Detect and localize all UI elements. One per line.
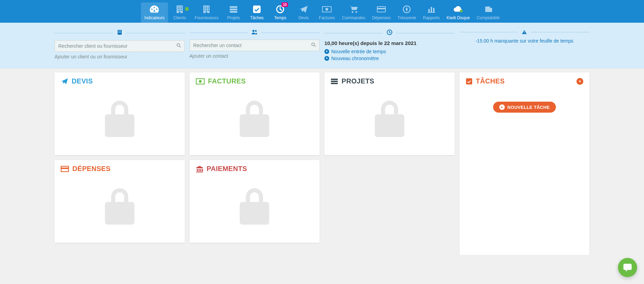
svg-rect-35 [331,81,338,82]
card-body [196,173,314,238]
nav-label: Factures [319,15,335,20]
search-contact-box[interactable] [190,39,320,51]
new-timer-link[interactable]: + Nouveau chronomètre [324,56,455,61]
bank-icon [196,166,203,172]
send-icon [61,78,68,85]
svg-rect-21 [119,32,120,33]
sb-col-time: 10,00 heure(s) depuis le 22 mars 2021 + … [324,29,455,63]
chart-icon [427,4,436,14]
nav-depenses[interactable]: Dépenses [369,2,394,23]
users-icon [248,29,261,36]
list-icon [331,78,338,84]
divider-line [396,33,455,33]
top-nav-inner: Indicateurs Clients Fournisseurs Projets [141,2,503,23]
svg-rect-31 [61,168,69,169]
add-task-button[interactable]: + [576,78,583,85]
svg-point-7 [352,11,354,13]
add-client-link[interactable]: Ajouter un client ou un fournisseur [55,54,185,59]
svg-rect-3 [253,5,261,13]
nav-label: Tâches [250,15,263,20]
secondary-bar: Ajouter un client ou un fournisseur Ajou… [0,23,644,68]
nav-rapports[interactable]: Rapports [419,2,443,23]
divider-line [261,33,320,33]
cart-icon [349,4,358,14]
card-factures: FACTURES [190,72,320,155]
nav-taches[interactable]: Tâches [245,2,269,23]
nav-devis[interactable]: Devis [292,2,315,23]
search-contact-input[interactable] [193,43,311,48]
nav-clients[interactable]: Clients [168,2,191,23]
svg-rect-2 [230,11,237,13]
add-contact-link[interactable]: Ajouter un contact [190,53,320,59]
sb-col-contact: Ajouter un contact [190,29,320,63]
svg-rect-10 [377,8,385,9]
nav-label: Clients [173,15,186,20]
svg-rect-13 [431,7,432,12]
nav-indicateurs[interactable]: Indicateurs [141,2,168,23]
card-title: TÂCHES [476,77,505,85]
new-task-button[interactable]: + NOUVELLE TÂCHE [493,102,556,113]
divider [460,29,590,35]
nav-temps[interactable]: 10 Temps [269,2,292,23]
card-head: DÉPENSES [61,165,179,173]
nav-commandes[interactable]: Commandes [338,2,369,23]
card-projets: PROJETS [324,72,455,155]
divider-line [324,33,383,33]
card-icon [377,4,386,14]
plus-icon: + [324,56,329,61]
nav-label: Commandes [342,15,365,20]
svg-line-24 [179,46,181,47]
search-icon [176,43,181,49]
nav-fournisseurs[interactable]: Fournisseurs [191,2,222,23]
sb-col-warning: -15.00 h manquante sur votre feuille de … [460,29,590,63]
money-icon [196,78,205,84]
divider [324,29,455,37]
svg-rect-34 [331,79,338,80]
clock-icon: 10 [276,4,285,14]
dash-col-2: FACTURES PAIEMENTS [190,72,320,255]
building-icon [202,4,211,14]
svg-rect-1 [230,9,237,10]
check-icon [466,78,473,85]
nav-label: Fournisseurs [195,15,218,20]
nav-comptabilite[interactable]: Comptabilité [473,2,503,23]
dash-col-3: PROJETS [324,72,455,255]
card-title: PAIEMENTS [207,165,247,173]
dash-col-4: TÂCHES + + NOUVELLE TÂCHE [460,72,590,255]
card-title: DÉPENSES [72,165,110,173]
svg-rect-0 [230,6,237,8]
search-client-box[interactable] [55,40,185,52]
nav-label: Devis [298,15,309,20]
svg-point-33 [199,80,202,83]
divider-line [531,32,589,32]
svg-point-27 [312,43,314,46]
send-icon [299,4,308,14]
compass-icon [402,4,411,14]
svg-rect-18 [119,31,120,31]
card-body: + NOUVELLE TÂCHE [466,85,584,250]
nav-label: Trésorerie [397,15,416,20]
lock-icon [234,95,275,140]
nav-factures[interactable]: Factures [315,2,338,23]
dash-col-1: DEVIS DÉPENSES [55,72,185,255]
search-client-input[interactable] [58,43,176,49]
divider-line [190,33,248,33]
svg-rect-14 [433,8,434,12]
new-time-entry-link[interactable]: + Nouvelle entrée de temps [324,49,455,54]
card-depenses: DÉPENSES [55,160,185,243]
badge: 10 [282,2,288,7]
warning-text[interactable]: -15.00 h manquante sur votre feuille de … [460,38,590,44]
nav-kiwili-disque[interactable]: Kiwili Disque [443,2,473,23]
money-icon [322,4,332,14]
card-icon [61,166,69,172]
nav-projets[interactable]: Projets [222,2,245,23]
nav-label: Temps [274,15,286,20]
dashboard: DEVIS DÉPENSES FACTURES [55,72,589,255]
top-nav: Indicateurs Clients Fournisseurs Projets [0,0,644,23]
nav-tresorerie[interactable]: Trésorerie [394,2,419,23]
button-label: NOUVELLE TÂCHE [508,105,550,110]
svg-point-8 [356,11,357,13]
link-label: Nouveau chronomètre [331,56,379,61]
sb-col-client: Ajouter un client ou un fournisseur [55,29,185,63]
lock-icon [234,183,275,228]
